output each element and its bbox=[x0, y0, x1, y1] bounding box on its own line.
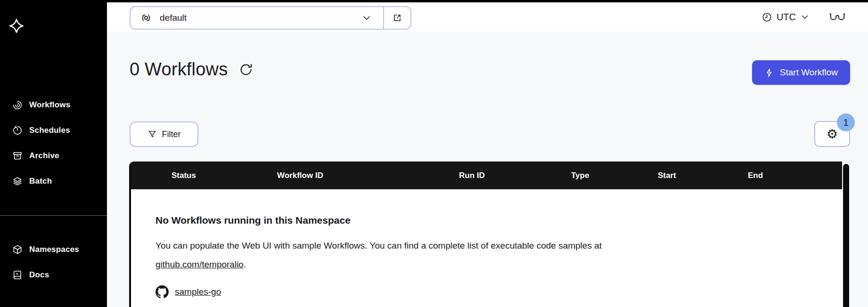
schedules-icon bbox=[12, 125, 23, 136]
namespace-selector[interactable]: default bbox=[130, 6, 411, 30]
column-header-run-id: Run ID bbox=[459, 162, 485, 189]
namespace-value: default bbox=[160, 13, 354, 23]
sidebar-item-batch[interactable]: Batch bbox=[0, 169, 107, 194]
sidebar-item-label: Archive bbox=[29, 151, 59, 161]
sidebar-nav-secondary: Namespaces Docs bbox=[0, 237, 107, 288]
table-empty-state: No Workflows running in this Namespace Y… bbox=[131, 189, 850, 299]
workflows-table: Status Workflow ID Run ID Type Start End… bbox=[129, 162, 850, 307]
sidebar-item-label: Docs bbox=[29, 270, 49, 280]
sidebar-item-docs[interactable]: Docs bbox=[0, 262, 107, 288]
sample-repo-row: samples-go bbox=[156, 285, 812, 299]
sentence-period: . bbox=[244, 259, 246, 269]
sidebar-item-archive[interactable]: Archive bbox=[0, 143, 107, 169]
top-border-strip bbox=[0, 0, 868, 2]
chevron-down-icon bbox=[800, 12, 810, 22]
namespace-sync-icon bbox=[140, 12, 152, 24]
batch-icon bbox=[12, 176, 23, 186]
github-icon bbox=[156, 285, 169, 299]
refresh-button[interactable] bbox=[239, 63, 253, 77]
sidebar-item-label: Workflows bbox=[29, 100, 70, 110]
sidebar-divider bbox=[0, 215, 107, 216]
empty-state-heading: No Workflows running in this Namespace bbox=[156, 215, 812, 226]
column-header-status: Status bbox=[172, 162, 196, 189]
labs-mode-button[interactable] bbox=[829, 11, 845, 23]
sidebar: Workflows Schedules Archive Batch bbox=[0, 0, 107, 307]
glasses-icon bbox=[829, 12, 845, 23]
temporal-logo-icon[interactable] bbox=[8, 18, 25, 34]
clock-icon bbox=[762, 12, 772, 23]
github-temporalio-link[interactable]: github.com/temporalio bbox=[156, 259, 244, 269]
filter-label: Filter bbox=[162, 129, 181, 139]
workflows-icon bbox=[12, 100, 23, 110]
sidebar-item-label: Batch bbox=[29, 177, 52, 186]
namespace-selector-main[interactable]: default bbox=[131, 7, 383, 29]
samples-go-link[interactable]: samples-go bbox=[175, 287, 221, 297]
sidebar-item-schedules[interactable]: Schedules bbox=[0, 118, 107, 143]
open-namespace-button[interactable] bbox=[384, 7, 410, 29]
start-workflow-button[interactable]: Start Workflow bbox=[752, 60, 850, 85]
chevron-down-icon bbox=[361, 13, 372, 23]
page-title: 0 Workflows bbox=[130, 59, 228, 80]
column-header-start: Start bbox=[658, 162, 676, 189]
topbar: default UTC bbox=[107, 2, 868, 32]
settings-count-badge: 1 bbox=[837, 113, 855, 131]
funnel-icon bbox=[147, 129, 157, 139]
start-workflow-label: Start Workflow bbox=[780, 67, 838, 78]
namespaces-icon bbox=[12, 244, 23, 255]
topbar-right: UTC bbox=[762, 2, 845, 32]
external-link-icon bbox=[392, 13, 402, 23]
sidebar-item-workflows[interactable]: Workflows bbox=[0, 92, 107, 118]
page-title-row: 0 Workflows bbox=[130, 59, 253, 80]
empty-state-line1: You can populate the Web UI with sample … bbox=[156, 241, 602, 250]
table-header-row: Status Workflow ID Run ID Type Start End bbox=[131, 162, 850, 189]
gear-icon: ⚙ bbox=[827, 128, 838, 140]
column-header-workflow-id: Workflow ID bbox=[277, 162, 323, 189]
sidebar-item-namespaces[interactable]: Namespaces bbox=[0, 237, 107, 262]
archive-icon bbox=[12, 151, 23, 161]
sidebar-item-label: Schedules bbox=[29, 126, 70, 135]
column-header-type: Type bbox=[571, 162, 589, 189]
table-scrollbar-thumb[interactable] bbox=[843, 164, 849, 307]
empty-state-text: You can populate the Web UI with sample … bbox=[156, 236, 778, 274]
sidebar-item-label: Namespaces bbox=[29, 245, 79, 254]
timezone-picker[interactable]: UTC bbox=[762, 12, 810, 23]
lightning-bolt-icon bbox=[764, 68, 774, 78]
column-header-end: End bbox=[748, 162, 763, 189]
filter-button[interactable]: Filter bbox=[130, 121, 198, 147]
timezone-value: UTC bbox=[777, 12, 796, 23]
docs-icon bbox=[12, 270, 23, 280]
sidebar-nav-primary: Workflows Schedules Archive Batch bbox=[0, 92, 107, 194]
